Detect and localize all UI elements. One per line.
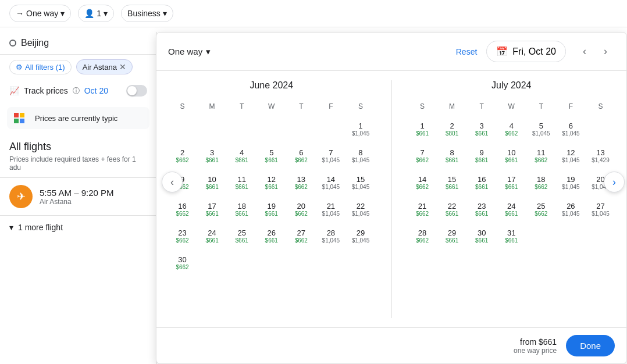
day-cell[interactable]: 13$1,429: [586, 143, 615, 169]
day-cell[interactable]: 22$661: [438, 197, 466, 222]
day-cell[interactable]: 17$661: [497, 170, 526, 195]
day-cell[interactable]: 29$661: [438, 223, 466, 249]
day-price: $661: [446, 184, 458, 190]
day-cell[interactable]: 26$661: [257, 223, 286, 249]
day-cell[interactable]: 10$661: [497, 143, 526, 169]
day-cell[interactable]: 21$1,045: [316, 197, 345, 222]
day-cell[interactable]: 15$1,045: [346, 170, 375, 195]
calendar-nav-right[interactable]: ›: [604, 172, 625, 192]
day-price: $661: [505, 184, 518, 190]
day-cell[interactable]: 19$661: [257, 197, 286, 222]
day-number: 5: [269, 148, 273, 157]
day-cell[interactable]: 5$661: [257, 143, 286, 169]
day-cell[interactable]: 29$1,045: [346, 223, 375, 249]
empty-day: [227, 250, 256, 276]
track-prices-toggle[interactable]: [126, 85, 147, 97]
all-filters-button[interactable]: ⚙ All filters (1): [9, 60, 72, 74]
day-number: 2: [180, 148, 184, 157]
day-price: $661: [505, 157, 518, 163]
air-astana-chip[interactable]: Air Astana ✕: [76, 59, 133, 74]
day-cell[interactable]: 6$1,045: [557, 116, 585, 142]
day-cell[interactable]: 14$662: [408, 170, 437, 195]
day-cell[interactable]: 24$661: [497, 197, 526, 222]
day-price: $662: [176, 210, 188, 217]
day-cell[interactable]: 11$661: [227, 170, 256, 195]
prices-banner-text: Prices are currently typic: [35, 114, 117, 123]
day-price: $662: [295, 237, 308, 244]
day-cell[interactable]: 28$1,045: [316, 223, 345, 249]
day-cell[interactable]: 19$1,045: [557, 170, 585, 195]
day-price: $661: [205, 210, 218, 217]
day-cell[interactable]: 26$1,045: [557, 197, 585, 222]
day-cell[interactable]: 13$662: [287, 170, 315, 195]
day-cell[interactable]: 12$1,045: [557, 143, 585, 169]
day-cell[interactable]: 24$661: [198, 223, 226, 249]
day-cell[interactable]: 14$1,045: [316, 170, 345, 195]
calendar-nav-left[interactable]: ‹: [162, 172, 183, 192]
passengers-selector[interactable]: 👤 1 ▾: [78, 5, 114, 22]
day-cell[interactable]: 21$662: [408, 197, 437, 222]
day-cell[interactable]: 17$661: [198, 197, 226, 222]
cabin-selector[interactable]: Business ▾: [121, 5, 173, 22]
day-cell[interactable]: 25$662: [527, 197, 555, 222]
cal-trip-type-selector[interactable]: One way ▾: [168, 47, 211, 57]
day-cell[interactable]: 2$662: [168, 143, 197, 169]
day-cell[interactable]: 22$1,045: [346, 197, 375, 222]
more-flights-row[interactable]: ▾ 1 more flight: [0, 215, 156, 239]
day-number: 10: [208, 175, 216, 184]
all-flights-subtitle: Prices include required taxes + fees for…: [0, 154, 156, 177]
day-cell[interactable]: 23$662: [168, 223, 197, 249]
day-cell[interactable]: 8$1,045: [346, 143, 375, 169]
day-price: $1,045: [562, 184, 580, 190]
empty-day: [198, 250, 226, 276]
day-cell[interactable]: 3$661: [468, 116, 496, 142]
day-cell[interactable]: 2$801: [438, 116, 466, 142]
day-cell[interactable]: 8$661: [438, 143, 466, 169]
day-cell[interactable]: 5$1,045: [527, 116, 555, 142]
day-price: $661: [236, 184, 248, 190]
day-cell[interactable]: 4$662: [497, 116, 526, 142]
all-flights-title: All flights: [0, 134, 156, 154]
day-cell[interactable]: 30$661: [468, 223, 496, 249]
day-cell[interactable]: 9$661: [468, 143, 496, 169]
cal-next-button[interactable]: ›: [596, 42, 615, 61]
day-cell[interactable]: 15$661: [438, 170, 466, 195]
day-cell[interactable]: 28$662: [408, 223, 437, 249]
day-cell[interactable]: 25$661: [227, 223, 256, 249]
day-cell[interactable]: 18$662: [527, 170, 555, 195]
day-cell[interactable]: 27$1,045: [586, 197, 615, 222]
day-price: $661: [475, 184, 488, 190]
day-cell[interactable]: 7$1,045: [316, 143, 345, 169]
day-cell[interactable]: 7$662: [408, 143, 437, 169]
empty-day: [227, 116, 256, 142]
day-cell[interactable]: 18$661: [227, 197, 256, 222]
day-cell[interactable]: 20$662: [287, 197, 315, 222]
cal-date-display[interactable]: 📅 Fri, Oct 20: [486, 41, 566, 62]
svg-rect-1: [20, 113, 24, 117]
day-cell[interactable]: 4$661: [227, 143, 256, 169]
day-cell[interactable]: 27$662: [287, 223, 315, 249]
day-cell[interactable]: 31$661: [497, 223, 526, 249]
day-cell[interactable]: 12$661: [257, 170, 286, 195]
flight-time: 5:55 AM – 9:20 PM: [40, 188, 114, 198]
day-cell[interactable]: 1$661: [408, 116, 437, 142]
day-cell[interactable]: 6$662: [287, 143, 315, 169]
cal-prev-button[interactable]: ‹: [575, 42, 594, 61]
day-price: $661: [416, 130, 429, 137]
done-button[interactable]: Done: [566, 335, 615, 356]
day-cell[interactable]: 10$661: [198, 170, 226, 195]
trip-type-selector[interactable]: → One way ▾: [9, 5, 71, 22]
day-cell[interactable]: 1$1,045: [346, 116, 375, 142]
day-cell[interactable]: 16$661: [468, 170, 496, 195]
day-cell[interactable]: 30$662: [168, 250, 197, 276]
search-city[interactable]: Beijing: [21, 38, 147, 48]
empty-day: [257, 250, 286, 276]
day-cell[interactable]: 3$661: [198, 143, 226, 169]
day-cell[interactable]: 23$661: [468, 197, 496, 222]
flight-item[interactable]: ✈ 5:55 AM – 9:20 PM Air Astana: [0, 177, 156, 215]
day-cell[interactable]: 11$662: [527, 143, 555, 169]
day-price: $1,045: [532, 130, 550, 137]
day-cell[interactable]: 16$662: [168, 197, 197, 222]
reset-button[interactable]: Reset: [456, 47, 478, 56]
chip-close-icon[interactable]: ✕: [119, 62, 126, 72]
